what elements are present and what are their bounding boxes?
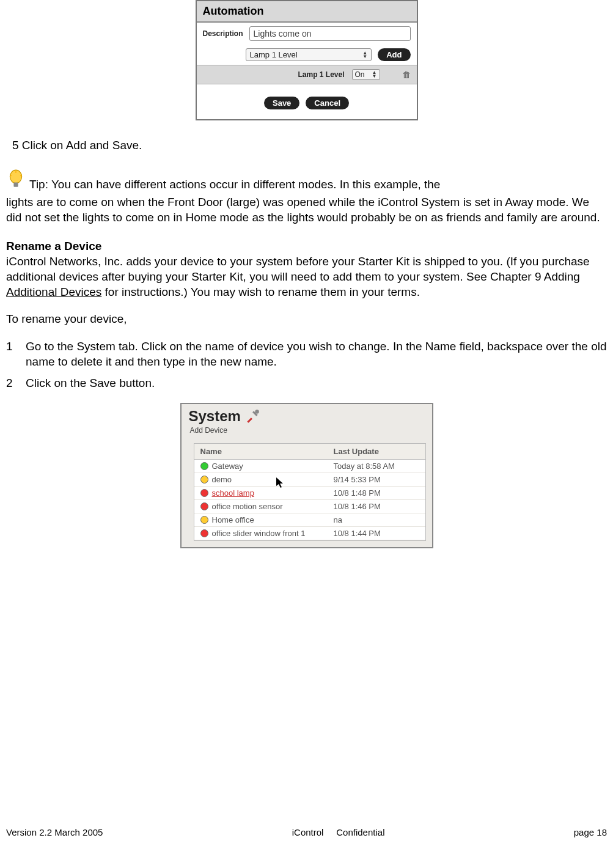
description-row: Description Lights come on	[197, 23, 417, 45]
step-number: 1	[6, 339, 26, 369]
system-header: System	[182, 404, 432, 426]
status-dot	[200, 529, 208, 537]
lamp-level-row: Lamp 1 Level On ▲▼ 🗑	[197, 65, 417, 84]
system-panel: System Add Device Name Last Update Gatew…	[180, 403, 433, 548]
trash-icon[interactable]: 🗑	[402, 70, 411, 79]
footer-version: Version 2.2 March 2005	[6, 827, 103, 837]
device-name[interactable]: Gateway	[212, 462, 243, 471]
table-row[interactable]: demo9/14 5:33 PM	[194, 473, 425, 487]
step-2-text: Click on the Save button.	[26, 376, 155, 391]
status-dot	[200, 489, 208, 497]
lightbulb-icon	[6, 169, 26, 191]
rename-paragraph: iControl Networks, Inc. adds your device…	[6, 254, 607, 300]
system-title: System	[189, 408, 241, 425]
device-select-value: Lamp 1 Level	[250, 50, 298, 59]
automation-title: Automation	[197, 1, 417, 23]
last-update: na	[334, 515, 419, 524]
description-label: Description	[203, 29, 243, 38]
save-button[interactable]: Save	[264, 97, 299, 109]
automation-panel: Automation Description Lights come on La…	[196, 0, 418, 120]
svg-rect-1	[13, 183, 18, 187]
device-name[interactable]: demo	[212, 475, 232, 484]
last-update: 10/8 1:44 PM	[334, 529, 419, 538]
rename-title: Rename a Device	[6, 240, 607, 253]
step-number: 2	[6, 376, 26, 391]
status-dot	[200, 516, 208, 524]
table-row[interactable]: office slider window front 110/8 1:44 PM	[194, 527, 425, 540]
add-button[interactable]: Add	[378, 48, 410, 61]
device-name[interactable]: office slider window front 1	[212, 529, 306, 538]
device-name[interactable]: school lamp	[212, 488, 254, 498]
additional-devices-link[interactable]: Additional Devices	[6, 285, 101, 298]
description-input[interactable]: Lights come on	[249, 26, 411, 41]
step-1-text: Go to the System tab. Click on the name …	[26, 339, 607, 369]
page-footer: Version 2.2 March 2005 iControl Confiden…	[0, 821, 613, 844]
tip-row: Tip: You can have different actions occu…	[6, 169, 607, 191]
device-select[interactable]: Lamp 1 Level ▲▼	[246, 48, 372, 61]
rename-lead: To rename your device,	[6, 312, 607, 327]
last-update: Today at 8:58 AM	[334, 462, 419, 471]
add-device-link[interactable]: Add Device	[182, 426, 432, 440]
device-name[interactable]: Home office	[212, 515, 254, 524]
stepper-icon: ▲▼	[372, 71, 377, 78]
stepper-icon: ▲▼	[362, 51, 367, 59]
table-row[interactable]: office motion sensor10/8 1:46 PM	[194, 500, 425, 513]
rename-para-after: for instructions.) You may wish to renam…	[101, 285, 420, 298]
tip-body: lights are to come on when the Front Doo…	[6, 195, 607, 225]
state-select[interactable]: On ▲▼	[352, 69, 380, 80]
col-name-header: Name	[200, 447, 334, 456]
table-header: Name Last Update	[194, 444, 425, 460]
lamp-level-label: Lamp 1 Level	[298, 70, 344, 79]
step-1: 1Go to the System tab. Click on the name…	[6, 339, 607, 369]
status-dot	[200, 502, 208, 510]
select-row: Lamp 1 Level ▲▼ Add	[197, 45, 417, 65]
tip-first-line: Tip: You can have different actions occu…	[29, 178, 440, 191]
cancel-button[interactable]: Cancel	[306, 97, 349, 109]
footer-page: page 18	[574, 827, 607, 837]
rename-steps: 1Go to the System tab. Click on the name…	[6, 339, 607, 391]
footer-center: iControl Confidential	[103, 827, 573, 837]
state-value: On	[355, 70, 365, 79]
table-row[interactable]: Home officena	[194, 513, 425, 527]
col-update-header: Last Update	[334, 447, 419, 456]
last-update: 10/8 1:46 PM	[334, 502, 419, 511]
tools-icon	[244, 408, 260, 424]
step-5-text: 5 Click on Add and Save.	[12, 139, 601, 152]
svg-point-2	[255, 410, 259, 414]
save-cancel-row: Save Cancel	[197, 84, 417, 119]
last-update: 10/8 1:48 PM	[334, 488, 419, 498]
device-table: Name Last Update GatewayToday at 8:58 AM…	[194, 443, 426, 541]
last-update: 9/14 5:33 PM	[334, 475, 419, 484]
table-row[interactable]: school lamp10/8 1:48 PM	[194, 487, 425, 500]
step-2: 2Click on the Save button.	[6, 376, 607, 391]
device-name[interactable]: office motion sensor	[212, 502, 283, 511]
status-dot	[200, 476, 208, 484]
status-dot	[200, 462, 208, 470]
table-row[interactable]: GatewayToday at 8:58 AM	[194, 460, 425, 473]
rename-para-before: iControl Networks, Inc. adds your device…	[6, 255, 590, 283]
